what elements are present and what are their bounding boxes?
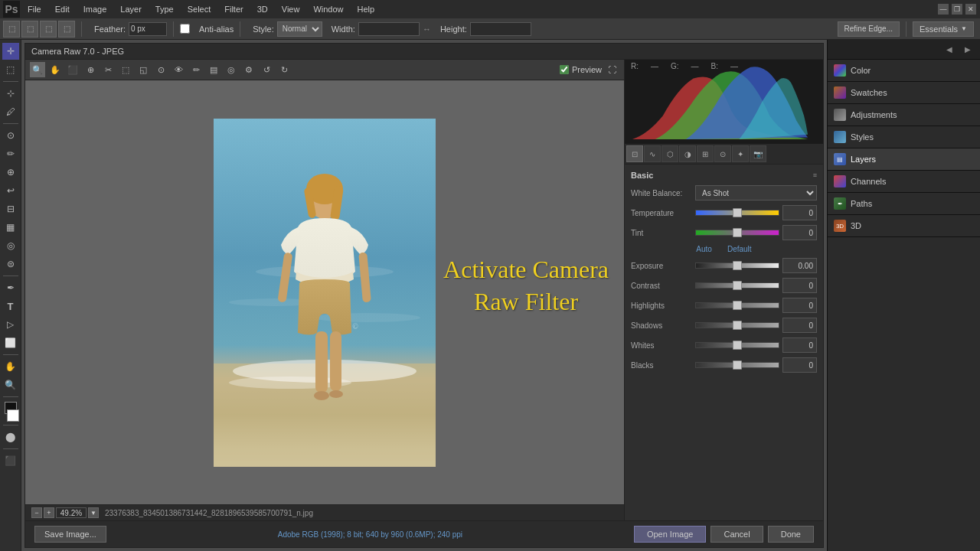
tab-tone-curve[interactable]: ∿ <box>644 145 661 162</box>
whites-input[interactable] <box>782 337 817 353</box>
layers-panel-header[interactable]: ▤ Layers <box>828 148 980 170</box>
styles-panel-header[interactable]: Styles <box>828 126 980 148</box>
tab-lens[interactable]: ⊙ <box>714 145 731 162</box>
cr-fullscreen-tool[interactable]: ⛶ <box>604 62 619 77</box>
menu-view[interactable]: View <box>276 3 306 15</box>
cr-straighten-tool[interactable]: ⬚ <box>118 62 133 77</box>
cr-colorsampler-tool[interactable]: ⊕ <box>83 62 98 77</box>
tab-hsl[interactable]: ⬡ <box>662 145 678 162</box>
cr-zoom-tool[interactable]: 🔍 <box>30 62 45 77</box>
whites-slider[interactable] <box>695 342 779 348</box>
text-tool[interactable]: T <box>2 298 19 315</box>
cr-rotate-ccw-tool[interactable]: ↺ <box>259 62 274 77</box>
cr-radial-tool[interactable]: ◎ <box>224 62 239 77</box>
menu-select[interactable]: Select <box>181 3 217 15</box>
feather-input[interactable] <box>129 22 167 36</box>
gradient-tool[interactable]: ▦ <box>2 219 19 236</box>
cr-brush-tool[interactable]: ✏ <box>188 62 204 77</box>
zoom-input[interactable] <box>56 507 87 518</box>
marquee-tool-4[interactable]: ⬚ <box>58 21 75 37</box>
rs-expand-button[interactable]: ▶ <box>959 41 977 59</box>
marquee-tool-2[interactable]: ⬚ <box>21 21 38 37</box>
save-image-button[interactable]: Save Image... <box>34 526 106 543</box>
zoom-dropdown-button[interactable]: ▼ <box>88 507 99 518</box>
panel-collapse-icon[interactable]: ≡ <box>813 171 817 179</box>
refine-edge-button[interactable]: Refine Edge... <box>838 21 900 37</box>
tint-input[interactable] <box>782 225 817 240</box>
tab-effects[interactable]: ✦ <box>732 145 749 162</box>
move-tool[interactable]: ✛ <box>2 43 19 60</box>
zoom-out-button[interactable]: − <box>31 507 42 518</box>
background-color[interactable] <box>7 409 19 422</box>
shadows-slider[interactable] <box>695 322 779 328</box>
shape-tool[interactable]: ⬜ <box>2 334 19 351</box>
menu-3d[interactable]: 3D <box>251 3 274 15</box>
menu-filter[interactable]: Filter <box>218 3 249 15</box>
cr-spot-tool[interactable]: ⊙ <box>153 62 168 77</box>
maximize-button[interactable]: ❐ <box>952 4 962 15</box>
highlights-slider[interactable] <box>695 302 779 308</box>
temp-input[interactable] <box>782 205 817 220</box>
highlights-input[interactable] <box>782 298 817 313</box>
quick-mask-tool[interactable]: ⬤ <box>2 429 19 445</box>
cr-rotate-cw-tool[interactable]: ↻ <box>276 62 292 77</box>
3d-panel-header[interactable]: 3D 3D <box>828 215 980 236</box>
tab-camera-cal[interactable]: 📷 <box>750 145 766 162</box>
paths-panel-header[interactable]: ✒ Paths <box>828 193 980 214</box>
menu-edit[interactable]: Edit <box>49 3 76 15</box>
hand-tool[interactable]: ✋ <box>2 358 19 375</box>
screen-mode-tool[interactable]: ⬛ <box>2 452 19 469</box>
cr-grad-tool[interactable]: ▤ <box>206 62 221 77</box>
swatches-panel-header[interactable]: Swatches <box>828 82 980 103</box>
menu-type[interactable]: Type <box>149 3 180 15</box>
done-button[interactable]: Done <box>768 526 814 543</box>
contrast-slider[interactable] <box>695 282 779 289</box>
menu-file[interactable]: File <box>21 3 47 15</box>
width-input[interactable] <box>358 22 420 36</box>
blacks-input[interactable] <box>782 357 817 373</box>
marquee-tool-3[interactable]: ⬚ <box>40 21 57 37</box>
zoom-tool[interactable]: 🔍 <box>2 377 19 393</box>
style-select[interactable]: Normal <box>277 21 322 37</box>
essentials-button[interactable]: Essentials ▼ <box>913 21 974 37</box>
auto-button[interactable]: Auto <box>696 245 712 253</box>
history-brush-tool[interactable]: ↩ <box>2 182 19 199</box>
tab-split-toning[interactable]: ◑ <box>679 145 696 162</box>
marquee-tool[interactable]: ⬚ <box>3 21 20 37</box>
crop-tool[interactable]: ⊹ <box>2 85 19 102</box>
clone-tool[interactable]: ⊕ <box>2 164 19 181</box>
cr-pref-tool[interactable]: ⚙ <box>241 62 256 77</box>
menu-window[interactable]: Window <box>307 3 349 15</box>
blur-tool[interactable]: ◎ <box>2 237 19 254</box>
antialias-checkbox[interactable] <box>180 24 190 34</box>
eyedropper-tool[interactable]: 🖊 <box>2 103 19 120</box>
cr-hand-tool[interactable]: ✋ <box>47 62 63 77</box>
default-button[interactable]: Default <box>727 245 752 253</box>
blacks-slider[interactable] <box>695 362 779 368</box>
shadows-input[interactable] <box>782 318 817 333</box>
tint-slider[interactable] <box>695 230 779 236</box>
cancel-button[interactable]: Cancel <box>710 526 763 543</box>
exposure-slider[interactable] <box>695 262 779 269</box>
cr-redeye-tool[interactable]: 👁 <box>171 62 186 77</box>
color-panel-header[interactable]: Color <box>828 60 980 81</box>
selection-tool[interactable]: ⬚ <box>2 61 19 78</box>
brush-tool[interactable]: ✏ <box>2 145 19 162</box>
color-info-link[interactable]: Adobe RGB (1998); 8 bit; 640 by 960 (0.6… <box>278 530 462 539</box>
spot-heal-tool[interactable]: ⊙ <box>2 127 19 144</box>
menu-image[interactable]: Image <box>77 3 113 15</box>
preview-checkbox[interactable] <box>560 65 569 74</box>
rs-collapse-button[interactable]: ◀ <box>940 41 959 59</box>
open-image-button[interactable]: Open Image <box>634 526 707 543</box>
cr-transform-tool[interactable]: ◱ <box>136 62 151 77</box>
path-select-tool[interactable]: ▷ <box>2 316 19 333</box>
tab-detail[interactable]: ⊞ <box>697 145 714 162</box>
cr-wb-tool[interactable]: ⬛ <box>65 62 80 77</box>
close-button[interactable]: ✕ <box>965 4 976 15</box>
channels-panel-header[interactable]: Channels <box>828 171 980 192</box>
zoom-in-button[interactable]: + <box>44 507 54 518</box>
tab-basic[interactable]: ⊡ <box>626 145 643 162</box>
eraser-tool[interactable]: ⊟ <box>2 201 19 217</box>
pen-tool[interactable]: ✒ <box>2 279 19 296</box>
height-input[interactable] <box>470 22 531 36</box>
